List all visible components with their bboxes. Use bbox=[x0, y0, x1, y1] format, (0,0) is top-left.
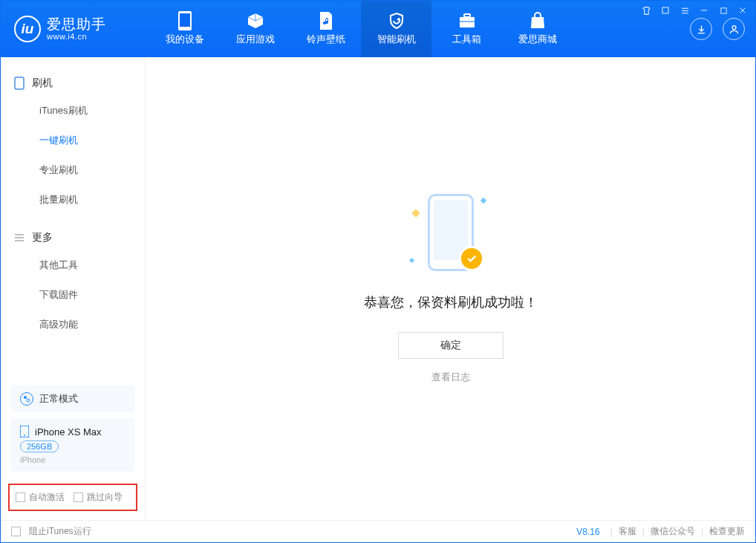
tab-label: 我的设备 bbox=[166, 33, 204, 46]
cube-icon bbox=[247, 12, 264, 30]
sidebar-item-itunes-flash[interactable]: iTunes刷机 bbox=[1, 96, 145, 126]
sidebar: 刷机 iTunes刷机 一键刷机 专业刷机 批量刷机 更多 其他工具 下载固件 … bbox=[1, 57, 146, 520]
sidebar-item-onekey-flash[interactable]: 一键刷机 bbox=[1, 126, 145, 155]
svg-point-13 bbox=[732, 25, 736, 29]
footer: 阻止iTunes运行 V8.16 | 客服 | 微信公众号 | 检查更新 bbox=[1, 520, 755, 542]
tab-label: 工具箱 bbox=[452, 33, 481, 46]
body: 刷机 iTunes刷机 一键刷机 专业刷机 批量刷机 更多 其他工具 下载固件 … bbox=[1, 57, 755, 520]
tab-toolbox[interactable]: 工具箱 bbox=[431, 1, 502, 57]
check-badge-icon bbox=[459, 246, 484, 271]
checkbox-icon bbox=[16, 492, 25, 502]
tab-flash[interactable]: 智能刷机 bbox=[361, 1, 431, 57]
logo-icon: iu bbox=[14, 16, 41, 42]
wechat-link[interactable]: 微信公众号 bbox=[651, 525, 695, 538]
option-auto-activate[interactable]: 自动激活 bbox=[16, 491, 65, 504]
shield-refresh-icon bbox=[388, 12, 405, 30]
tab-label: 铃声壁纸 bbox=[307, 33, 345, 46]
tab-label: 智能刷机 bbox=[377, 33, 416, 46]
option-label: 阻止iTunes运行 bbox=[29, 525, 91, 538]
phone-icon bbox=[176, 12, 194, 30]
tab-label: 应用游戏 bbox=[236, 33, 275, 46]
sidebar-nav: 刷机 iTunes刷机 一键刷机 专业刷机 批量刷机 更多 其他工具 下载固件 … bbox=[1, 57, 145, 339]
success-illustration bbox=[417, 194, 484, 276]
device-capacity: 256GB bbox=[20, 440, 59, 452]
minimize-button[interactable] bbox=[699, 5, 709, 16]
main-content: 恭喜您，保资料刷机成功啦！ 确定 查看日志 bbox=[146, 57, 755, 520]
sidebar-section-more: 更多 bbox=[1, 225, 145, 250]
toolbox-icon bbox=[458, 12, 476, 30]
sidebar-item-download-firmware[interactable]: 下载固件 bbox=[1, 280, 145, 310]
svg-point-21 bbox=[24, 435, 25, 436]
menu-icon[interactable] bbox=[680, 5, 690, 16]
svg-rect-10 bbox=[460, 17, 475, 27]
device-type: iPhone bbox=[20, 455, 126, 464]
checkbox-icon bbox=[11, 527, 21, 536]
sidebar-item-other-tools[interactable]: 其他工具 bbox=[1, 250, 145, 280]
header-actions bbox=[690, 18, 755, 40]
app-url: www.i4.cn bbox=[47, 32, 106, 41]
tab-label: 爱思商城 bbox=[518, 33, 557, 46]
app-window: iu 爱思助手 www.i4.cn 我的设备 应用游戏 铃声壁纸 智能刷机 bbox=[0, 0, 756, 543]
svg-rect-14 bbox=[15, 77, 24, 89]
mode-label: 正常模式 bbox=[39, 392, 78, 406]
svg-rect-5 bbox=[720, 7, 726, 13]
window-controls bbox=[641, 5, 748, 16]
option-skip-guide[interactable]: 跳过向导 bbox=[74, 491, 123, 504]
download-icon[interactable] bbox=[690, 18, 712, 40]
checkbox-icon bbox=[74, 492, 83, 502]
device-phone-icon bbox=[20, 426, 29, 438]
user-icon[interactable] bbox=[723, 18, 745, 40]
svg-point-18 bbox=[24, 396, 27, 399]
svg-rect-0 bbox=[662, 7, 668, 13]
device-name: iPhone XS Max bbox=[35, 426, 102, 438]
version-label: V8.16 bbox=[576, 527, 599, 537]
cube-icon[interactable] bbox=[660, 5, 671, 16]
header: iu 爱思助手 www.i4.cn 我的设备 应用游戏 铃声壁纸 智能刷机 bbox=[1, 1, 755, 57]
sidebar-item-advanced[interactable]: 高级功能 bbox=[1, 310, 145, 339]
option-label: 自动激活 bbox=[29, 491, 65, 504]
flash-options-highlight: 自动激活 跳过向导 bbox=[8, 484, 137, 511]
music-file-icon bbox=[317, 12, 335, 30]
svg-rect-11 bbox=[464, 14, 470, 17]
section-label: 更多 bbox=[32, 231, 53, 244]
check-update-link[interactable]: 检查更新 bbox=[709, 525, 745, 538]
svg-rect-9 bbox=[180, 13, 190, 27]
sidebar-item-pro-flash[interactable]: 专业刷机 bbox=[1, 155, 145, 185]
logo: iu 爱思助手 www.i4.cn bbox=[1, 16, 149, 42]
option-label: 跳过向导 bbox=[87, 491, 123, 504]
option-block-itunes[interactable]: 阻止iTunes运行 bbox=[11, 525, 91, 538]
device-block[interactable]: iPhone XS Max 256GB iPhone bbox=[11, 418, 134, 472]
close-button[interactable] bbox=[737, 5, 748, 16]
maximize-button[interactable] bbox=[718, 5, 729, 16]
support-link[interactable]: 客服 bbox=[619, 525, 636, 538]
main-tabs: 我的设备 应用游戏 铃声壁纸 智能刷机 工具箱 爱思商城 bbox=[149, 1, 573, 57]
view-log-link[interactable]: 查看日志 bbox=[431, 371, 470, 384]
shirt-icon[interactable] bbox=[641, 5, 651, 16]
svg-point-19 bbox=[27, 399, 30, 402]
sidebar-item-batch-flash[interactable]: 批量刷机 bbox=[1, 185, 145, 215]
tab-apps[interactable]: 应用游戏 bbox=[220, 1, 290, 57]
tab-ringtone[interactable]: 铃声壁纸 bbox=[290, 1, 361, 57]
mode-icon bbox=[20, 392, 33, 406]
bag-icon bbox=[529, 12, 547, 30]
section-label: 刷机 bbox=[32, 77, 53, 90]
mode-block[interactable]: 正常模式 bbox=[11, 386, 134, 412]
app-name: 爱思助手 bbox=[47, 17, 106, 33]
success-message: 恭喜您，保资料刷机成功啦！ bbox=[364, 293, 538, 311]
ok-button[interactable]: 确定 bbox=[398, 332, 504, 359]
tab-my-device[interactable]: 我的设备 bbox=[149, 1, 220, 57]
tab-store[interactable]: 爱思商城 bbox=[502, 1, 573, 57]
sidebar-section-flash: 刷机 bbox=[1, 71, 145, 96]
